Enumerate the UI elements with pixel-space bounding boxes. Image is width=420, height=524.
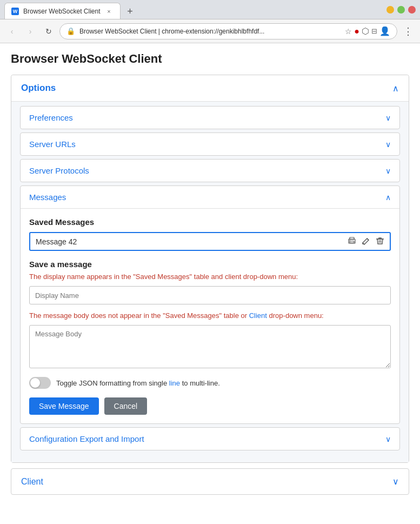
maximize-btn[interactable]	[397, 6, 405, 14]
display-name-input[interactable]	[29, 286, 391, 304]
tab-close-btn[interactable]: ×	[105, 7, 114, 16]
help-text-2: The message body does not appear in the …	[29, 311, 391, 321]
saved-message-value: Message 42	[36, 237, 348, 246]
print-icon[interactable]	[348, 236, 356, 247]
navbar: ‹ › ↻ 🔒 Browser WebSocket Client | chrom…	[0, 19, 420, 43]
save-message-button[interactable]: Save Message	[29, 397, 99, 415]
options-body: Preferences ∨ Server URLs ∨ Server Proto…	[11, 101, 409, 462]
server-urls-chevron-icon: ∨	[385, 140, 391, 149]
messages-title: Messages	[29, 193, 66, 202]
client-chevron-icon: ∨	[392, 476, 399, 487]
address-actions: ☆ ● ⬡ ⊟ 👤	[345, 26, 390, 36]
toggle-label: Toggle JSON formatting from single line …	[56, 379, 220, 387]
options-chevron-icon: ∧	[392, 83, 399, 94]
client-title: Client	[21, 477, 43, 487]
opera-icon[interactable]: ●	[354, 26, 359, 36]
forward-button[interactable]: ›	[23, 24, 38, 39]
server-protocols-header[interactable]: Server Protocols ∨	[21, 160, 399, 182]
server-protocols-accordion: Server Protocols ∨	[20, 159, 400, 182]
back-button[interactable]: ‹	[4, 24, 19, 39]
cast-icon[interactable]: ⊟	[371, 27, 377, 35]
saved-messages-label: Saved Messages	[29, 217, 391, 227]
messages-header[interactable]: Messages ∧	[21, 186, 399, 208]
config-export-chevron-icon: ∨	[385, 435, 391, 443]
server-protocols-title: Server Protocols	[29, 166, 89, 175]
page-content: Browser WebSocket Client Options ∧ Prefe…	[0, 43, 420, 524]
new-tab-button[interactable]: +	[123, 4, 138, 19]
tab-title: Browser WebSocket Client	[23, 8, 101, 15]
address-text: Browser WebSocket Client | chrome-extens…	[79, 28, 341, 35]
server-urls-title: Server URLs	[29, 140, 76, 149]
page-title: Browser WebSocket Client	[11, 52, 409, 66]
form-buttons: Save Message Cancel	[29, 397, 391, 415]
tab-strip: W Browser WebSocket Client × +	[4, 0, 138, 19]
messages-body: Saved Messages Message 42	[21, 208, 399, 423]
tab-favicon: W	[11, 8, 19, 15]
message-body-textarea[interactable]	[29, 325, 391, 368]
address-lock-icon: 🔒	[66, 27, 75, 35]
config-export-accordion: Configuration Export and Import ∨	[20, 427, 400, 450]
message-action-icons	[348, 236, 384, 247]
preferences-chevron-icon: ∨	[385, 114, 391, 122]
client-header[interactable]: Client ∨	[11, 469, 409, 494]
svg-rect-2	[350, 241, 354, 243]
saved-message-row: Message 42	[29, 232, 391, 251]
preferences-accordion: Preferences ∨	[20, 106, 400, 129]
server-protocols-chevron-icon: ∨	[385, 167, 391, 175]
delete-icon[interactable]	[376, 236, 384, 247]
extension-icon[interactable]: ⬡	[362, 26, 369, 36]
client-section: Client ∨	[11, 468, 409, 495]
server-urls-header[interactable]: Server URLs ∨	[21, 133, 399, 155]
address-bar[interactable]: 🔒 Browser WebSocket Client | chrome-exte…	[59, 23, 397, 39]
server-urls-accordion: Server URLs ∨	[20, 132, 400, 156]
svg-point-3	[349, 240, 350, 241]
cancel-button[interactable]: Cancel	[104, 397, 148, 415]
toggle-row: Toggle JSON formatting from single line …	[29, 377, 391, 389]
refresh-button[interactable]: ↻	[41, 24, 56, 39]
close-btn[interactable]	[408, 6, 416, 14]
json-format-toggle[interactable]	[29, 377, 51, 389]
messages-accordion: Messages ∧ Saved Messages Message 42	[20, 185, 400, 424]
config-export-header[interactable]: Configuration Export and Import ∨	[21, 428, 399, 450]
save-message-title: Save a message	[29, 260, 391, 269]
messages-chevron-icon: ∧	[385, 193, 391, 202]
edit-icon[interactable]	[362, 236, 370, 247]
minimize-btn[interactable]	[386, 6, 394, 14]
window-controls	[386, 6, 416, 14]
options-section: Options ∧ Preferences ∨ Server URLs ∨	[11, 75, 409, 463]
help-text-1: The display name appears in the "Saved M…	[29, 272, 391, 282]
account-icon[interactable]: 👤	[379, 26, 390, 36]
bookmark-icon[interactable]: ☆	[345, 27, 352, 36]
config-export-title: Configuration Export and Import	[29, 434, 144, 443]
options-title: Options	[21, 83, 56, 94]
options-header[interactable]: Options ∧	[11, 75, 409, 101]
menu-button[interactable]: ⋮	[401, 24, 416, 39]
preferences-title: Preferences	[29, 113, 73, 122]
browser-tab[interactable]: W Browser WebSocket Client ×	[4, 3, 121, 19]
preferences-header[interactable]: Preferences ∨	[21, 107, 399, 129]
browser-titlebar: W Browser WebSocket Client × +	[0, 0, 420, 19]
